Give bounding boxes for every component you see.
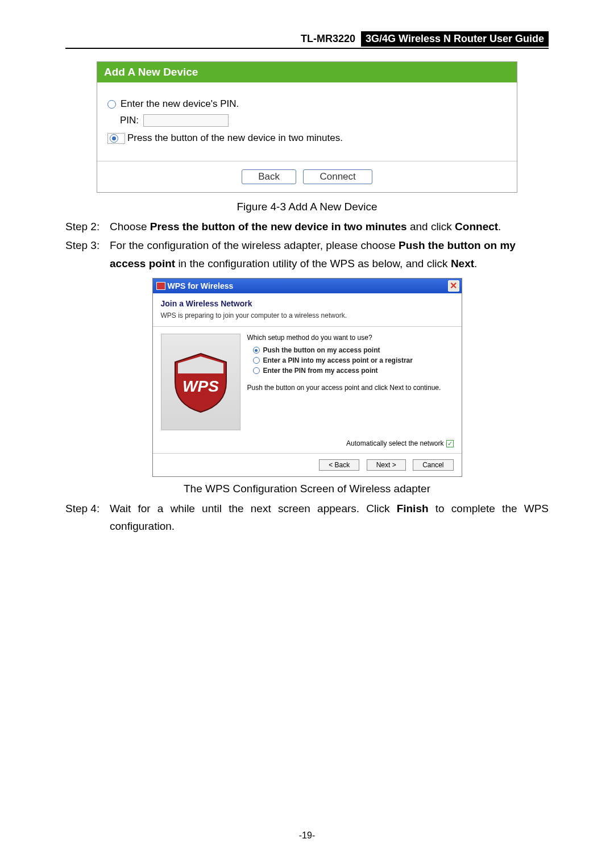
pin-input[interactable] [143, 114, 229, 127]
text: . [498, 221, 501, 232]
radio-label: Press the button of the new device in tw… [127, 132, 343, 144]
step-label: Step 3: [65, 236, 110, 272]
text-bold: Press the button of the new device in tw… [150, 221, 407, 232]
add-device-panel: Add A New Device Enter the new device's … [97, 61, 517, 193]
svg-text:WPS: WPS [182, 377, 219, 395]
text-bold: Finish [397, 502, 429, 514]
step-3: Step 3: For the configuration of the wir… [65, 236, 549, 272]
text-bold: Connect [455, 221, 498, 232]
step-4: Step 4: Wait for a while until the next … [65, 500, 549, 535]
radio-icon [253, 347, 260, 354]
instruction-text: Push the button on your access point and… [247, 384, 454, 392]
radio-enter-pin-from-ap[interactable]: Enter the PIN from my access point [253, 367, 454, 375]
radio-icon [107, 100, 116, 109]
step-2: Step 2: Choose Press the button of the n… [65, 218, 549, 235]
page-number: -19- [0, 830, 614, 841]
back-button[interactable]: < Back [319, 459, 359, 471]
figure-caption: Figure 4-3 Add A New Device [65, 201, 549, 213]
radio-label: Push the button on my access point [263, 346, 380, 354]
radio-enter-pin-ap[interactable]: Enter a PIN into my access point or a re… [253, 356, 454, 364]
radio-label: Enter the PIN from my access point [263, 367, 378, 375]
text: Wait for a while until the next screen a… [110, 502, 397, 514]
radio-icon [253, 367, 260, 374]
auto-select-checkbox[interactable]: ✓ [446, 440, 454, 447]
radio-option-button[interactable] [107, 133, 125, 144]
titlebar: WPS for Wireless ✕ [153, 279, 462, 293]
cancel-button[interactable]: Cancel [413, 459, 453, 471]
radio-label: Enter the new device's PIN. [121, 98, 239, 110]
connect-button[interactable]: Connect [303, 169, 372, 184]
header-model: TL-MR3220 [297, 31, 361, 47]
pin-label: PIN: [120, 115, 139, 126]
radio-push-button[interactable]: Push the button on my access point [253, 346, 454, 354]
text: For the configuration of the wireless ad… [110, 239, 399, 251]
join-title: Join a Wireless Network [161, 299, 454, 308]
wps-shield-icon: WPS [172, 351, 229, 413]
radio-label: Enter a PIN into my access point or a re… [263, 356, 413, 364]
text: Choose [110, 221, 150, 232]
setup-question: Which setup method do you want to use? [247, 334, 454, 342]
wps-dialog: WPS for Wireless ✕ Join a Wireless Netwo… [152, 278, 462, 477]
radio-icon [253, 357, 260, 364]
close-icon[interactable]: ✕ [448, 280, 459, 292]
step-label: Step 4: [65, 500, 110, 535]
text-bold: Next [451, 258, 474, 269]
text: . [474, 258, 477, 269]
figure-caption-2: The WPS Configuration Screen of Wireless… [65, 483, 549, 495]
document-header: TL-MR3220 3G/4G Wireless N Router User G… [65, 31, 549, 49]
wps-badge: WPS [161, 334, 240, 430]
step-label: Step 2: [65, 218, 110, 235]
join-subtitle: WPS is preparing to join your computer t… [161, 312, 454, 319]
next-button[interactable]: Next > [367, 459, 406, 471]
auto-select-label: Automatically select the network [346, 439, 443, 447]
header-title: 3G/4G Wireless N Router User Guide [361, 31, 549, 47]
back-button[interactable]: Back [242, 169, 296, 184]
panel-title: Add A New Device [97, 62, 517, 82]
text: in the configuration utility of the WPS … [175, 258, 451, 269]
app-icon [156, 282, 165, 290]
text: and click [407, 221, 455, 232]
radio-icon [110, 134, 118, 143]
radio-option-pin[interactable]: Enter the new device's PIN. [107, 98, 507, 110]
dialog-title: WPS for Wireless [168, 281, 234, 290]
